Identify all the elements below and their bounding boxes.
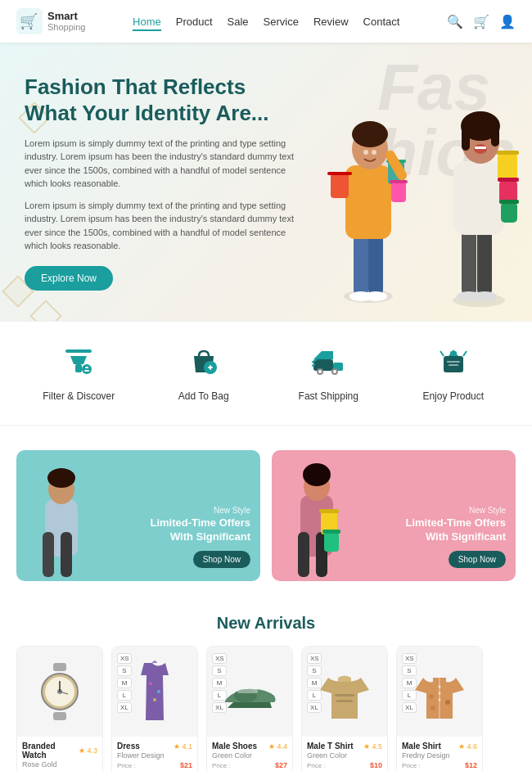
nav-service[interactable]: Service bbox=[264, 16, 299, 28]
cart-icon[interactable]: 🛒 bbox=[473, 14, 489, 29]
nav-sale[interactable]: Sale bbox=[228, 16, 249, 28]
star-icon-dress: ★ bbox=[174, 742, 180, 751]
filter-icon bbox=[16, 345, 142, 384]
feature-bag: Add To Bag bbox=[142, 345, 267, 402]
nav-home[interactable]: Home bbox=[133, 16, 161, 31]
promo-content-1: New Style Limited-Time OffersWith Signif… bbox=[150, 506, 250, 568]
product-name-tshirt: Male T Shirt bbox=[307, 742, 354, 751]
product-name-watch: Branded Watch bbox=[22, 742, 79, 760]
user-icon[interactable]: 👤 bbox=[499, 14, 516, 29]
feature-bag-label: Add To Bag bbox=[142, 390, 267, 402]
svg-rect-33 bbox=[462, 126, 470, 151]
new-arrivals-title: New Arrivals bbox=[16, 614, 516, 633]
promo-content-2: New Style Limited-Time OffersWith Signif… bbox=[405, 506, 506, 568]
svg-rect-37 bbox=[65, 349, 92, 353]
logo-shopping: Shopping bbox=[47, 22, 86, 32]
promo-person-2 bbox=[272, 450, 362, 581]
logo[interactable]: 🛒 Smart Shopping bbox=[16, 8, 86, 34]
nav-review[interactable]: Review bbox=[313, 16, 349, 28]
svg-point-67 bbox=[303, 463, 331, 486]
svg-rect-13 bbox=[390, 180, 408, 183]
svg-rect-88 bbox=[439, 678, 440, 719]
svg-point-90 bbox=[439, 692, 441, 694]
svg-rect-45 bbox=[210, 365, 211, 370]
product-name-dress: Dress bbox=[117, 742, 140, 751]
svg-rect-34 bbox=[491, 126, 499, 147]
svg-rect-73 bbox=[322, 530, 340, 534]
svg-point-51 bbox=[333, 370, 336, 373]
diamond-decor-3 bbox=[29, 300, 62, 321]
star-icon-tshirt: ★ bbox=[363, 742, 370, 751]
svg-rect-58 bbox=[447, 361, 460, 363]
rating-tshirt: 4.5 bbox=[372, 742, 382, 751]
svg-rect-72 bbox=[324, 532, 339, 552]
product-price-shirt: $12 bbox=[465, 761, 477, 769]
hero-images bbox=[270, 43, 532, 321]
svg-rect-12 bbox=[391, 182, 406, 202]
enjoy-icon bbox=[391, 345, 516, 384]
ship-icon bbox=[266, 345, 391, 384]
promo-shop-btn-1[interactable]: Shop Now bbox=[193, 551, 250, 568]
product-name-shirt: Male Shirt bbox=[402, 742, 441, 751]
features-section: Filter & Discover Add To Bag bbox=[0, 321, 532, 426]
svg-rect-30 bbox=[499, 200, 519, 204]
svg-point-16 bbox=[363, 150, 368, 155]
svg-rect-20 bbox=[462, 227, 476, 296]
svg-point-82 bbox=[157, 690, 160, 693]
size-badges-tshirt: XS S M L XL bbox=[307, 653, 322, 713]
star-icon-shirt: ★ bbox=[458, 742, 465, 751]
product-image-shirt bbox=[411, 659, 468, 724]
promo-new-style-1: New Style bbox=[150, 506, 250, 515]
logo-smart: Smart bbox=[47, 11, 86, 22]
product-price-tshirt: $10 bbox=[370, 761, 382, 769]
search-icon[interactable]: 🔍 bbox=[447, 14, 463, 29]
new-arrivals-section: New Arrivals Br bbox=[0, 606, 532, 771]
feature-enjoy: Enjoy Product bbox=[391, 345, 516, 402]
product-sub-shirt: Fredny Design bbox=[402, 751, 477, 760]
svg-rect-28 bbox=[498, 178, 519, 182]
promo-card-1: New Style Limited-Time OffersWith Signif… bbox=[16, 450, 260, 581]
svg-rect-74 bbox=[53, 663, 66, 671]
explore-now-button[interactable]: Explore Now bbox=[25, 266, 113, 291]
bag-icon bbox=[142, 345, 267, 384]
svg-rect-7 bbox=[345, 165, 391, 239]
promo-shop-btn-2[interactable]: Shop Now bbox=[449, 551, 506, 568]
svg-point-94 bbox=[431, 706, 435, 710]
svg-rect-64 bbox=[61, 532, 72, 577]
product-price-dress: $21 bbox=[180, 761, 192, 769]
hero-para-2: Lorem ipsum is simply dummy text of the … bbox=[25, 199, 303, 253]
product-card-shirt: XS S M L XL bbox=[396, 646, 483, 771]
svg-rect-39 bbox=[75, 364, 82, 372]
svg-text:🛒: 🛒 bbox=[20, 12, 38, 30]
products-grid: Branded Watch ★ 4.3 Rose Gold Price : $1… bbox=[16, 646, 516, 771]
svg-rect-68 bbox=[298, 532, 309, 577]
feature-shipping: Fast Shipping bbox=[266, 345, 391, 402]
rating-dress: 4.1 bbox=[182, 742, 192, 751]
hero-person-2 bbox=[426, 75, 532, 321]
hero-section: Fashion That Reflects What Your Identity… bbox=[0, 43, 532, 321]
product-card-dress: XS S M L XL D bbox=[111, 646, 198, 771]
nav-contact[interactable]: Contact bbox=[363, 16, 400, 28]
product-card-watch: Branded Watch ★ 4.3 Rose Gold Price : $1… bbox=[16, 646, 103, 771]
logo-icon: 🛒 bbox=[16, 8, 43, 34]
svg-point-81 bbox=[149, 682, 152, 685]
svg-marker-38 bbox=[70, 356, 87, 364]
hero-title: Fashion That Reflects What Your Identity… bbox=[25, 74, 303, 127]
svg-rect-46 bbox=[313, 359, 333, 371]
svg-rect-26 bbox=[496, 151, 519, 155]
svg-point-62 bbox=[47, 468, 75, 488]
product-card-tshirt: XS S M L XL Male T Shirt bbox=[301, 646, 388, 771]
promo-new-style-2: New Style bbox=[405, 506, 506, 515]
product-sub-tshirt: Green Color bbox=[307, 751, 382, 760]
nav-product[interactable]: Product bbox=[176, 16, 213, 28]
rating-watch: 4.3 bbox=[87, 746, 97, 755]
svg-rect-36 bbox=[475, 147, 486, 149]
hero-para-1: Lorem ipsum is simply dummy text of the … bbox=[25, 137, 303, 191]
product-name-shoes: Male Shoes bbox=[212, 742, 257, 751]
svg-point-83 bbox=[153, 698, 156, 701]
svg-rect-55 bbox=[450, 351, 457, 356]
svg-point-89 bbox=[439, 685, 441, 688]
svg-rect-25 bbox=[498, 153, 517, 182]
svg-rect-85 bbox=[237, 689, 258, 693]
feature-shipping-label: Fast Shipping bbox=[266, 390, 391, 402]
